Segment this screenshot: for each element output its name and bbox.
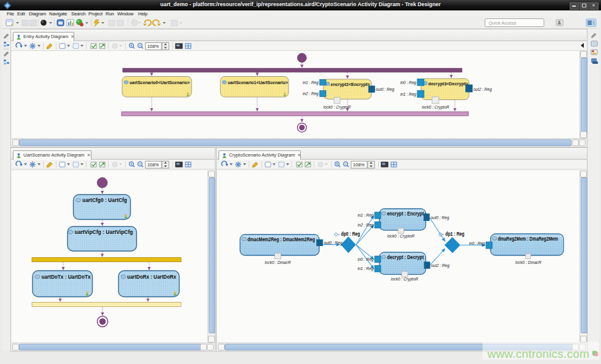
svg-text:lock0 : DmacR: lock0 : DmacR <box>516 260 542 265</box>
svg-text:out2 : Reg: out2 : Reg <box>473 87 492 92</box>
svg-text:lock0 : CryptoR: lock0 : CryptoR <box>387 234 415 239</box>
svg-text:in2 : Reg: in2 : Reg <box>303 91 319 96</box>
svg-text:uartCfg0 : UartCfg: uartCfg0 : UartCfg <box>82 197 127 203</box>
svg-text:decrypt : Decrypt: decrypt : Decrypt <box>387 254 424 260</box>
svg-text:dp1 : Reg: dp1 : Reg <box>446 231 465 237</box>
svg-text:in1 : Reg: in1 : Reg <box>357 213 373 218</box>
svg-text:encrypt2<Encrypt>: encrypt2<Encrypt> <box>331 82 371 87</box>
svg-text:encrypt : Encrypt: encrypt : Encrypt <box>387 211 424 217</box>
svg-text:lock0 : CryptoR: lock0 : CryptoR <box>422 105 449 110</box>
svg-text:108%: 108% <box>147 44 159 49</box>
svg-text:in1 : Reg: in1 : Reg <box>400 92 416 97</box>
svg-text:lock0 : CryptoR: lock0 : CryptoR <box>391 277 419 282</box>
svg-text:uartScenario1<UartScenario>: uartScenario1<UartScenario> <box>228 80 289 85</box>
svg-text:dmacMem2Reg : DmacMem2Reg: dmacMem2Reg : DmacMem2Reg <box>247 236 315 242</box>
svg-text:dmaReg2Mem : DmaReg2Mem: dmaReg2Mem : DmaReg2Mem <box>498 236 558 242</box>
svg-text:out0 : Reg: out0 : Reg <box>324 241 343 246</box>
svg-text:Quick Access: Quick Access <box>489 20 516 26</box>
svg-text:out0 : Reg: out0 : Reg <box>376 87 394 92</box>
svg-text:out0 : Reg: out0 : Reg <box>431 215 449 220</box>
svg-text:in0 : Reg: in0 : Reg <box>357 257 373 262</box>
svg-text:108%: 108% <box>353 162 365 168</box>
svg-text:108%: 108% <box>147 162 159 168</box>
svg-text:in0 : Reg: in0 : Reg <box>469 241 485 246</box>
svg-text:uartScenario0<UartScenario>: uartScenario0<UartScenario> <box>130 80 190 85</box>
svg-text:uartDoTx : UartDoTx: uartDoTx : UartDoTx <box>42 274 91 280</box>
svg-text:in2 : Reg: in2 : Reg <box>357 223 373 228</box>
svg-text:dp0 : Reg: dp0 : Reg <box>341 231 360 237</box>
svg-text:out2 : Reg: out2 : Reg <box>431 263 449 268</box>
svg-text:in1 : Reg: in1 : Reg <box>303 80 319 85</box>
svg-text:uartDoRx : UartDoRx: uartDoRx : UartDoRx <box>127 274 176 280</box>
svg-text:in0 : Reg: in0 : Reg <box>400 80 416 85</box>
svg-text:uartVipCfg : UartVipCfg: uartVipCfg : UartVipCfg <box>75 229 133 235</box>
svg-text:lock0 : CryptoR: lock0 : CryptoR <box>324 105 351 110</box>
svg-text:lock0 : DmacR: lock0 : DmacR <box>265 260 291 265</box>
svg-text:decrypt3<Decrypt>: decrypt3<Decrypt> <box>428 81 469 87</box>
svg-text:in1 : Reg: in1 : Reg <box>357 266 373 271</box>
